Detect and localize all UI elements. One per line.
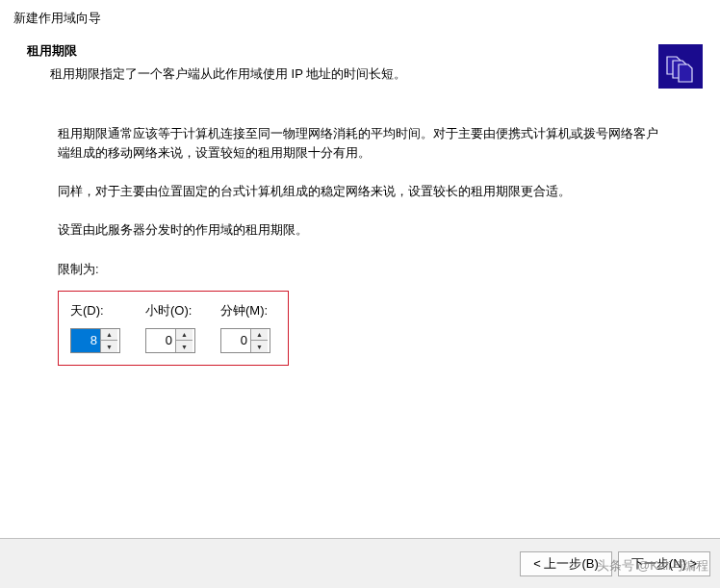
- wizard-footer: < 上一步(B) 下一步(N) > 头条号 @Kali与编程: [0, 538, 720, 588]
- hours-down-button[interactable]: ▼: [176, 341, 193, 352]
- minutes-down-button[interactable]: ▼: [251, 341, 268, 352]
- page-description: 租用期限指定了一个客户端从此作用域使用 IP 地址的时间长短。: [27, 65, 707, 83]
- days-field-group: 天(D): ▲ ▼: [70, 301, 126, 353]
- days-spinner[interactable]: ▲ ▼: [70, 328, 120, 353]
- scope-icon: [658, 44, 703, 89]
- wizard-title: 新建作用域向导: [0, 0, 720, 33]
- hours-up-button[interactable]: ▲: [176, 329, 193, 342]
- minutes-spinner[interactable]: ▲ ▼: [220, 328, 270, 353]
- minutes-label: 分钟(M):: [220, 301, 276, 320]
- lease-duration-group: 天(D): ▲ ▼ 小时(O): ▲ ▼: [58, 291, 289, 366]
- back-button[interactable]: < 上一步(B): [520, 551, 612, 576]
- minutes-field-group: 分钟(M): ▲ ▼: [220, 301, 276, 353]
- next-button[interactable]: 下一步(N) >: [618, 551, 710, 576]
- days-down-button[interactable]: ▼: [101, 341, 117, 352]
- limit-label: 限制为:: [58, 260, 662, 279]
- page-heading: 租用期限: [27, 42, 707, 60]
- hours-label: 小时(O):: [145, 301, 201, 320]
- minutes-up-button[interactable]: ▲: [251, 329, 268, 342]
- days-up-button[interactable]: ▲: [101, 329, 117, 342]
- info-paragraph-1: 租用期限通常应该等于计算机连接至同一物理网络消耗的平均时间。对于主要由便携式计算…: [58, 124, 662, 163]
- info-paragraph-2: 同样，对于主要由位置固定的台式计算机组成的稳定网络来说，设置较长的租用期限更合适…: [58, 182, 662, 201]
- wizard-header: 租用期限 租用期限指定了一个客户端从此作用域使用 IP 地址的时间长短。: [0, 33, 720, 106]
- days-label: 天(D):: [70, 301, 126, 320]
- minutes-input[interactable]: [221, 329, 250, 352]
- hours-field-group: 小时(O): ▲ ▼: [145, 301, 201, 353]
- hours-input[interactable]: [146, 329, 175, 352]
- info-paragraph-3: 设置由此服务器分发时的作用域的租用期限。: [58, 220, 662, 240]
- days-input[interactable]: [71, 329, 100, 352]
- hours-spinner[interactable]: ▲ ▼: [145, 328, 195, 353]
- content-area: 租用期限通常应该等于计算机连接至同一物理网络消耗的平均时间。对于主要由便携式计算…: [0, 107, 720, 385]
